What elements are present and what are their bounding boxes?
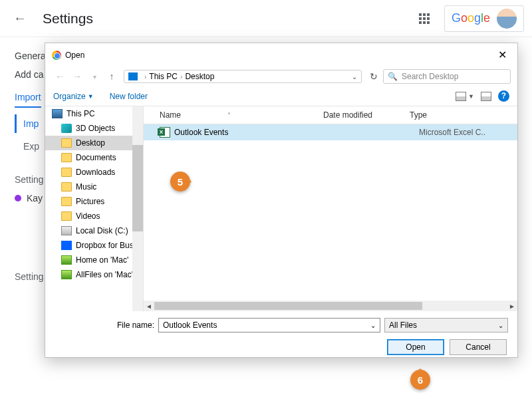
- close-icon[interactable]: ✕: [494, 47, 511, 63]
- tree-scrollbar[interactable]: [132, 106, 143, 311]
- back-arrow-icon[interactable]: ←: [8, 5, 32, 31]
- sidebar-sub-import[interactable]: Imp: [15, 114, 46, 133]
- tree-item-desktop[interactable]: Desktop: [45, 136, 143, 150]
- google-account-box[interactable]: Google: [444, 5, 524, 32]
- callout-6: 6: [410, 370, 430, 390]
- sort-indicator-icon: ˄: [227, 112, 231, 119]
- dialog-nav-row: ← → ▾ ↑ › This PC › Desktop ⌄ ↻ 🔍 Search…: [45, 66, 517, 86]
- h-scrollbar-thumb[interactable]: [154, 302, 422, 310]
- dbox-icon: [61, 241, 72, 250]
- folder-icon: [61, 168, 72, 177]
- dialog-titlebar: Open ✕: [45, 43, 517, 66]
- scroll-left-icon[interactable]: ◄: [144, 303, 154, 310]
- user-avatar[interactable]: [497, 9, 517, 29]
- file-name: Outlook Events: [174, 128, 332, 137]
- dialog-bottom: File name: Outlook Events⌄ All Files⌄ Op…: [45, 311, 517, 362]
- nav-recent-icon[interactable]: ▾: [86, 73, 102, 80]
- pc-icon: [128, 72, 138, 80]
- tree-item-this-pc[interactable]: This PC: [45, 106, 143, 121]
- calendar-kay[interactable]: Kay: [15, 189, 46, 207]
- horizontal-scrollbar[interactable]: ◄ ►: [144, 301, 517, 311]
- scroll-right-icon[interactable]: ►: [507, 303, 517, 310]
- page-title: Settings: [43, 11, 93, 27]
- tree-item-local-disk-c-[interactable]: Local Disk (C:): [45, 223, 143, 238]
- chrome-icon: [52, 51, 61, 60]
- tree-item-documents[interactable]: Documents: [45, 150, 143, 165]
- file-open-dialog: Open ✕ ← → ▾ ↑ › This PC › Desktop ⌄ ↻ 🔍…: [45, 43, 518, 358]
- view-list-icon: [456, 92, 466, 101]
- folder-icon: [61, 197, 72, 206]
- folder-icon: [61, 138, 72, 148]
- folder-icon: [61, 211, 72, 221]
- new-folder-button[interactable]: New folder: [110, 92, 148, 101]
- column-name[interactable]: Name: [160, 110, 181, 120]
- sidebar-general[interactable]: Genera: [15, 47, 46, 65]
- google-logo: Google: [452, 11, 490, 25]
- folder-icon: [61, 182, 72, 192]
- dialog-title: Open: [65, 51, 84, 60]
- cancel-button[interactable]: Cancel: [450, 339, 507, 355]
- tree-item-videos[interactable]: Videos: [45, 209, 143, 223]
- calendar-color-dot: [15, 195, 21, 201]
- organize-button[interactable]: Organize▼: [53, 92, 94, 101]
- sidebar-section-settings: Setting: [15, 170, 46, 189]
- help-icon[interactable]: ?: [498, 90, 509, 102]
- breadcrumb-current[interactable]: Desktop: [185, 72, 214, 81]
- preview-pane-icon[interactable]: [481, 92, 491, 101]
- settings-topbar: ← Settings Google: [0, 0, 532, 37]
- mac-icon: [61, 270, 72, 279]
- search-icon: 🔍: [388, 72, 398, 81]
- sidebar-tab-import[interactable]: Import: [15, 88, 41, 108]
- refresh-icon[interactable]: ↻: [366, 71, 382, 82]
- tree-item-allfiles-on-mac-[interactable]: AllFiles on 'Mac': [45, 267, 143, 282]
- address-dropdown-icon[interactable]: ⌄: [352, 73, 357, 80]
- folder-icon: [61, 153, 72, 162]
- dialog-toolbar: Organize▼ New folder ▼ ?: [45, 86, 517, 106]
- disk-icon: [61, 226, 72, 235]
- sidebar-sub-export[interactable]: Exp: [15, 137, 46, 156]
- apps-grid-icon[interactable]: [414, 8, 435, 29]
- view-options-button[interactable]: ▼: [456, 92, 474, 101]
- tree-item-dropbox-for-bus[interactable]: Dropbox for Bus: [45, 238, 143, 253]
- open-button[interactable]: Open: [387, 339, 444, 355]
- sidebar-add-calendar[interactable]: Add ca: [15, 65, 46, 84]
- search-input[interactable]: 🔍 Search Desktop: [383, 69, 511, 84]
- tree-item-home-on-mac-[interactable]: Home on 'Mac': [45, 253, 143, 267]
- folder-tree[interactable]: This PC3D ObjectsDesktopDocumentsDownloa…: [45, 106, 144, 311]
- excel-file-icon: [160, 127, 170, 138]
- search-placeholder: Search Desktop: [402, 72, 458, 81]
- filename-input[interactable]: Outlook Events⌄: [158, 318, 380, 332]
- tree-item-pictures[interactable]: Pictures: [45, 194, 143, 209]
- filename-dropdown-icon[interactable]: ⌄: [370, 322, 376, 329]
- file-list-pane: Name˄ Date modified Type Outlook EventsM…: [144, 106, 517, 311]
- nav-forward-icon: →: [69, 71, 85, 82]
- nav-up-icon[interactable]: ↑: [104, 71, 120, 82]
- breadcrumb-root[interactable]: This PC: [149, 72, 178, 81]
- column-headers[interactable]: Name˄ Date modified Type: [144, 106, 517, 124]
- filename-label: File name:: [55, 321, 154, 330]
- file-type-filter[interactable]: All Files⌄: [384, 318, 508, 332]
- sidebar-section-settings-2: Setting: [15, 267, 46, 286]
- mac-icon: [61, 255, 72, 265]
- filter-dropdown-icon[interactable]: ⌄: [498, 322, 503, 329]
- 3d-icon: [61, 124, 72, 133]
- scrollbar-thumb[interactable]: [132, 145, 143, 231]
- tree-item-3d-objects[interactable]: 3D Objects: [45, 121, 143, 136]
- settings-sidebar: Genera Add ca Import Imp Exp Setting Kay…: [15, 47, 46, 286]
- address-bar[interactable]: › This PC › Desktop ⌄: [124, 70, 362, 83]
- callout-5: 5: [170, 172, 190, 192]
- column-type[interactable]: Type: [410, 109, 427, 121]
- tree-item-downloads[interactable]: Downloads: [45, 165, 143, 180]
- file-row[interactable]: Outlook EventsMicrosoft Excel C..: [144, 124, 517, 140]
- tree-item-music[interactable]: Music: [45, 180, 143, 194]
- file-type: Microsoft Excel C..: [419, 128, 485, 137]
- pc-icon: [52, 109, 63, 118]
- nav-back-icon: ←: [52, 71, 68, 82]
- column-date[interactable]: Date modified: [323, 109, 410, 121]
